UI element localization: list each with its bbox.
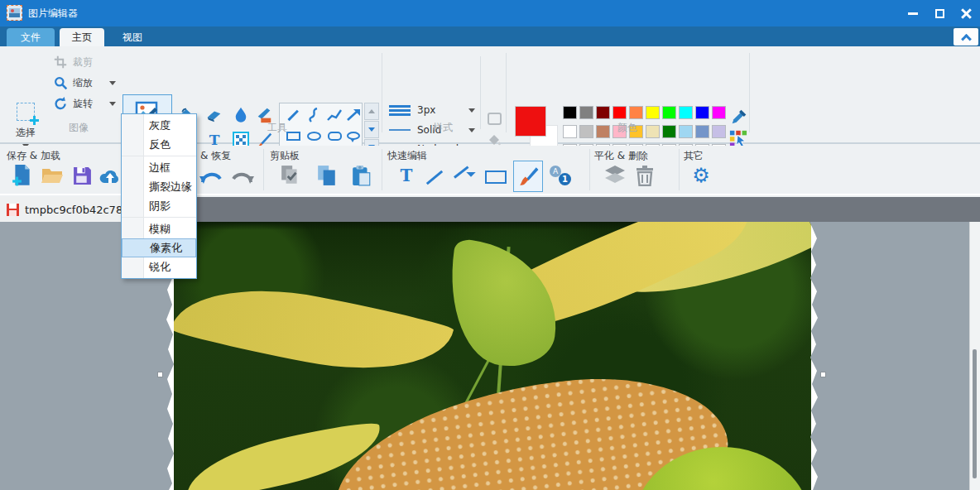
selection-rect-icon xyxy=(17,103,35,121)
menu-item-blur[interactable]: 模糊 xyxy=(122,219,196,238)
color-swatch[interactable] xyxy=(679,125,693,138)
crop-button[interactable]: 裁剪 xyxy=(53,53,93,71)
arrow-shape-tool[interactable] xyxy=(344,106,363,124)
menu-item-invert[interactable]: 反色 xyxy=(122,135,196,154)
color-swatch[interactable] xyxy=(579,106,593,119)
quick-steps-button[interactable]: A 1 xyxy=(548,162,573,189)
tools-group-label: 工具 xyxy=(232,121,323,135)
new-image-button[interactable] xyxy=(10,162,35,189)
layers-icon xyxy=(603,165,627,186)
gear-icon: ⚙ xyxy=(692,166,710,185)
flatten-layers-button[interactable] xyxy=(603,162,627,189)
tab-home[interactable]: 主页 xyxy=(60,28,104,46)
color-swatch[interactable] xyxy=(596,106,610,119)
quick-edit-group-label: 快速编辑 xyxy=(387,149,427,163)
line-width-value: 3px xyxy=(417,104,468,116)
paste-button[interactable] xyxy=(349,162,374,189)
color-swatch[interactable] xyxy=(629,106,643,119)
save-image-button[interactable] xyxy=(70,162,94,189)
collapse-ribbon-button[interactable] xyxy=(954,28,978,46)
photo-torn-border[interactable] xyxy=(166,222,819,490)
menu-item-grayscale[interactable]: 灰度 xyxy=(122,116,196,135)
polyline-shape-tool[interactable] xyxy=(325,106,343,124)
clipboard-group-label: 剪贴板 xyxy=(270,149,300,163)
copy-icon xyxy=(316,165,338,186)
color-swatch[interactable] xyxy=(712,106,726,119)
save-load-group-label: 保存 & 加载 xyxy=(7,149,60,163)
undo-button[interactable] xyxy=(199,164,223,190)
selection-handle-right[interactable] xyxy=(820,372,826,377)
color-swatch[interactable] xyxy=(679,106,693,119)
thick-line-icon xyxy=(389,105,411,116)
zoom-label: 缩放 xyxy=(73,76,93,90)
speech-bubble-shape-tool[interactable] xyxy=(344,127,363,145)
shapes-scroll-up-button[interactable] xyxy=(364,103,379,120)
menu-item-sharpen[interactable]: 锐化 xyxy=(122,257,196,276)
line-icon xyxy=(426,170,443,185)
color-picker-grid-icon xyxy=(729,129,747,147)
style-group-label: 样式 xyxy=(397,121,488,135)
chevron-down-icon xyxy=(109,81,116,85)
color-swatch[interactable] xyxy=(612,106,627,119)
scrollbar-thumb[interactable] xyxy=(973,349,977,478)
redo-icon xyxy=(231,169,254,185)
palette-row-1 xyxy=(563,106,726,119)
menu-separator xyxy=(122,217,196,218)
quick-brush-button-selected[interactable] xyxy=(513,161,543,192)
tab-file[interactable]: 文件 xyxy=(7,28,55,46)
tab-view[interactable]: 视图 xyxy=(109,28,156,46)
selection-handle-left[interactable] xyxy=(157,372,163,377)
numbered-steps-icon: A 1 xyxy=(550,166,571,185)
outline-square-icon xyxy=(488,113,502,125)
menu-item-shadow[interactable]: 阴影 xyxy=(122,196,196,215)
shapes-scroll-down-button[interactable] xyxy=(364,121,379,138)
line-width-control[interactable]: 3px xyxy=(389,103,475,118)
copy-check-icon xyxy=(280,165,301,186)
color-swatch[interactable] xyxy=(695,125,709,138)
minimize-button[interactable] xyxy=(904,4,922,22)
photo-image[interactable] xyxy=(174,222,811,490)
crop-icon xyxy=(53,55,68,70)
eyedropper-icon xyxy=(731,108,747,125)
open-image-button[interactable] xyxy=(40,162,65,189)
quick-line-button[interactable] xyxy=(422,164,447,190)
quick-rect-button[interactable] xyxy=(483,164,508,190)
menu-item-torn-edges[interactable]: 撕裂边缘 xyxy=(122,177,196,196)
current-color-swatch[interactable] xyxy=(515,106,546,137)
color-swatch[interactable] xyxy=(563,125,577,138)
title-bar: 图片编辑器 xyxy=(0,0,980,26)
new-file-icon xyxy=(12,164,33,187)
maximize-button[interactable] xyxy=(930,4,949,22)
eyedropper-button[interactable] xyxy=(728,106,750,127)
image-editor-window: 图片编辑器 文件 主页 视图 选择 裁剪 xyxy=(0,0,980,490)
rounded-rect-shape-tool[interactable] xyxy=(325,127,343,145)
close-button[interactable] xyxy=(957,4,975,22)
copy-merged-button[interactable] xyxy=(278,162,303,189)
rotate-button[interactable]: 旋转 xyxy=(53,94,116,113)
vertical-scrollbar[interactable] xyxy=(969,222,980,490)
colors-group-label: 颜色 xyxy=(582,121,673,135)
chevron-down-icon xyxy=(109,102,116,106)
settings-button[interactable]: ⚙ xyxy=(689,162,713,189)
upload-image-button[interactable] xyxy=(98,162,122,189)
zoom-button[interactable]: 缩放 xyxy=(53,74,116,92)
quick-arrow-button[interactable] xyxy=(452,164,477,190)
effects-dropdown-menu: 灰度 反色 边框 撕裂边缘 阴影 模糊 像素化 锐化 xyxy=(121,113,197,279)
brush-icon xyxy=(517,166,539,187)
color-swatch[interactable] xyxy=(563,106,577,119)
quick-text-button[interactable]: T xyxy=(394,162,419,189)
copy-button[interactable] xyxy=(315,162,339,189)
close-icon xyxy=(961,8,972,19)
delete-button[interactable] xyxy=(632,162,657,189)
triangle-up-icon xyxy=(368,109,375,113)
color-swatch[interactable] xyxy=(646,106,660,119)
color-swatch[interactable] xyxy=(695,106,709,119)
chevron-up-icon xyxy=(961,34,972,45)
color-swatch[interactable] xyxy=(712,125,726,138)
eraser-tool[interactable] xyxy=(204,104,225,126)
redo-button[interactable] xyxy=(230,164,255,190)
menu-item-pixelate[interactable]: 像素化 xyxy=(122,238,196,257)
crop-label: 裁剪 xyxy=(73,55,93,70)
menu-item-border[interactable]: 边框 xyxy=(122,158,196,177)
color-swatch[interactable] xyxy=(662,106,676,119)
